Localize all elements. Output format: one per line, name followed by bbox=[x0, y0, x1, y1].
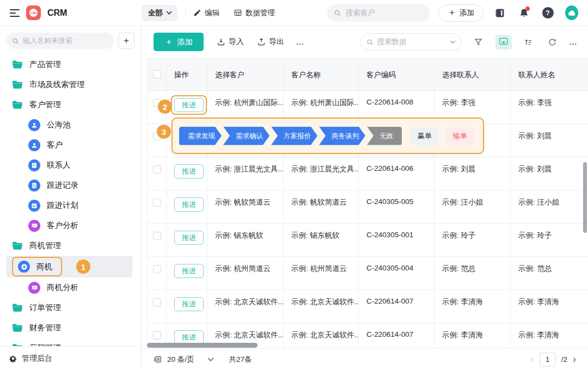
sidebar-item-label: 客户管理 bbox=[29, 100, 61, 110]
horizontal-scrollbar[interactable] bbox=[147, 343, 258, 348]
sidebar-item-13[interactable]: 财务管理 bbox=[0, 318, 141, 338]
refresh-icon[interactable] bbox=[546, 35, 560, 49]
table-row-4: 推进示例: 帆软简道云示例: 帆软简道云C-240305-005示例: 汪小姐示… bbox=[148, 190, 588, 224]
total-count: 共27条 bbox=[229, 355, 252, 365]
sidebar-item-label: 商机 bbox=[36, 262, 52, 272]
sidebar-item-label: 公海池 bbox=[47, 120, 71, 130]
stage-step-3[interactable]: 方案报价 bbox=[271, 127, 317, 145]
cell: 示例: 杭州简道云 bbox=[284, 257, 359, 289]
filter-icon[interactable] bbox=[471, 35, 486, 49]
row-checkbox[interactable] bbox=[153, 165, 161, 174]
import-button[interactable]: 导入 bbox=[217, 37, 244, 47]
cell: 示例: 范总 bbox=[434, 257, 511, 289]
folder-icon bbox=[12, 323, 23, 332]
add-button-topbar[interactable]: ＋ 添加 bbox=[438, 4, 483, 22]
stage-step-1[interactable]: 需求发现 bbox=[179, 127, 222, 145]
advance-button[interactable]: 推进 bbox=[174, 297, 204, 311]
topbar-icons: ? bbox=[493, 7, 578, 20]
sidebar-item-4[interactable]: 客户 bbox=[0, 135, 141, 155]
select-all-checkbox[interactable] bbox=[153, 70, 161, 78]
sidebar-item-6[interactable]: 跟进记录 bbox=[0, 175, 141, 195]
sidebar-search-input[interactable]: 输入名称来搜索 bbox=[7, 33, 114, 49]
vertical-scrollbar[interactable] bbox=[583, 162, 587, 233]
chevron-down-icon[interactable] bbox=[207, 357, 214, 362]
sidebar-item-10[interactable]: 商机1 bbox=[7, 256, 132, 278]
target-icon bbox=[18, 261, 30, 273]
sidebar-item-label: 跟进记录 bbox=[47, 180, 78, 190]
import-icon bbox=[217, 38, 225, 46]
advance-button[interactable]: 推进 bbox=[174, 98, 204, 112]
edit-button[interactable]: 编辑 bbox=[193, 8, 219, 18]
sidebar-item-7[interactable]: 跟进计划 bbox=[0, 195, 141, 215]
table-more-button[interactable]: ... bbox=[569, 38, 577, 46]
header-checkbox-cell bbox=[148, 58, 167, 90]
sidebar-item-0[interactable]: 产品管理 bbox=[0, 54, 141, 75]
sidebar-item-5[interactable]: 联系人 bbox=[0, 155, 141, 175]
stage-step-2[interactable]: 需求确认 bbox=[223, 127, 270, 145]
pencil-icon bbox=[193, 9, 201, 17]
lose-button[interactable]: 输单 bbox=[446, 127, 474, 145]
row-checkbox[interactable] bbox=[153, 232, 161, 240]
scope-dropdown[interactable]: 全部 bbox=[142, 5, 177, 21]
row-checkbox-cell bbox=[148, 290, 167, 323]
cell: 示例: 刘晨 bbox=[511, 124, 588, 157]
sidebar-item-label: 市场及线索管理 bbox=[29, 79, 85, 90]
sidebar-item-12[interactable]: 订单管理 bbox=[0, 298, 141, 318]
customer-search-input[interactable]: 搜索客户 bbox=[327, 4, 430, 22]
cell: 示例: 帆软简道云 bbox=[284, 190, 359, 223]
sidebar-item-1[interactable]: 市场及线索管理 bbox=[0, 75, 141, 95]
sidebar-item-3[interactable]: 公海池 bbox=[0, 115, 141, 135]
sort-icon[interactable] bbox=[522, 35, 536, 49]
column-header: 选择客户 bbox=[207, 58, 284, 90]
export-button[interactable]: 导出 bbox=[257, 37, 284, 47]
sidebar-item-11[interactable]: 商机分析 bbox=[0, 278, 141, 298]
grid-icon bbox=[234, 9, 242, 17]
help-icon[interactable]: ? bbox=[541, 7, 554, 20]
row-checkbox[interactable] bbox=[153, 298, 161, 306]
current-page-input[interactable]: 1 bbox=[540, 353, 556, 367]
row-checkbox[interactable] bbox=[153, 199, 161, 207]
directory-icon[interactable] bbox=[493, 7, 506, 20]
stage-step-4[interactable]: 商务谈判 bbox=[319, 127, 365, 145]
sidebar-add-button[interactable]: + bbox=[118, 33, 134, 49]
sidebar-item-2[interactable]: 客户管理 bbox=[0, 95, 141, 115]
data-search-input[interactable]: 搜索数据 bbox=[360, 33, 462, 51]
data-management-button[interactable]: 数据管理 bbox=[234, 8, 275, 18]
avatar[interactable] bbox=[565, 7, 578, 20]
sidebar-item-label: 商机分析 bbox=[47, 282, 78, 293]
person-icon bbox=[28, 119, 40, 131]
person-icon bbox=[28, 139, 40, 151]
cell: C-220614-006 bbox=[359, 157, 434, 190]
search-icon bbox=[334, 9, 341, 17]
cell: 示例: 锡东帆软 bbox=[284, 224, 359, 256]
win-button[interactable]: 赢单 bbox=[411, 127, 439, 145]
admin-backend-button[interactable]: 管理后台 bbox=[0, 346, 141, 370]
toolbar-more-button[interactable]: ... bbox=[296, 38, 304, 46]
field-display-icon[interactable] bbox=[495, 35, 512, 50]
prev-page-button[interactable]: ‹ bbox=[531, 354, 534, 365]
sidebar-item-9[interactable]: 商机管理 bbox=[0, 236, 141, 256]
advance-button[interactable]: 推进 bbox=[174, 264, 204, 278]
page-size-select[interactable]: 20 条/页 bbox=[167, 355, 194, 365]
chevron-down-icon[interactable] bbox=[450, 40, 456, 44]
advance-button[interactable]: 推进 bbox=[174, 164, 204, 178]
advance-button[interactable]: 推进 bbox=[174, 231, 204, 245]
table-toolbar: ＋ 添加 导入 导出 ... 搜索数据 bbox=[142, 26, 588, 58]
row-checkbox[interactable] bbox=[153, 331, 161, 340]
folder-icon bbox=[12, 241, 23, 250]
bell-icon[interactable] bbox=[517, 7, 530, 20]
plus-icon: ＋ bbox=[164, 36, 173, 48]
advance-button[interactable]: 推进 bbox=[174, 198, 204, 212]
page-size-icon bbox=[154, 355, 162, 363]
sidebar-item-8[interactable]: 客户分析 bbox=[0, 215, 141, 236]
stage-invalid[interactable]: 无效 bbox=[367, 127, 402, 145]
stage-advance-popup: 需求发现需求确认方案报价商务谈判无效赢单输单 bbox=[171, 118, 484, 154]
next-page-button[interactable]: › bbox=[573, 354, 576, 365]
cell: 示例: 浙江晨光文具... bbox=[284, 157, 359, 190]
edit-label: 编辑 bbox=[205, 8, 219, 18]
row-checkbox[interactable] bbox=[153, 265, 161, 273]
hamburger-icon[interactable] bbox=[10, 9, 20, 17]
add-record-button[interactable]: ＋ 添加 bbox=[154, 33, 204, 51]
data-table: 操作选择客户客户名称客户编码选择联系人联系人姓名 推进示例: 杭州萧山国际...… bbox=[147, 58, 588, 348]
row-action-cell: 推进 bbox=[167, 257, 207, 289]
